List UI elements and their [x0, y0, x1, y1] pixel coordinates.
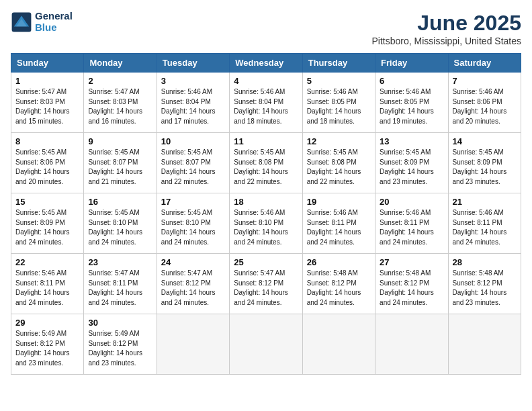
- header-thursday: Thursday: [302, 54, 375, 73]
- header-friday: Friday: [375, 54, 448, 73]
- day-number: 24: [161, 257, 225, 267]
- day-number: 30: [88, 318, 152, 328]
- day-number: 29: [15, 318, 79, 328]
- day-cell: 18Sunrise: 5:46 AMSunset: 8:10 PMDayligh…: [230, 193, 302, 254]
- day-info: Sunrise: 5:45 AMSunset: 8:08 PMDaylight:…: [307, 148, 371, 187]
- week-row-3: 15Sunrise: 5:45 AMSunset: 8:09 PMDayligh…: [11, 193, 521, 254]
- header-saturday: Saturday: [448, 54, 521, 73]
- day-cell: 19Sunrise: 5:46 AMSunset: 8:11 PMDayligh…: [302, 193, 375, 254]
- day-cell: 14Sunrise: 5:45 AMSunset: 8:09 PMDayligh…: [448, 133, 521, 193]
- day-info: Sunrise: 5:46 AMSunset: 8:04 PMDaylight:…: [161, 87, 225, 126]
- day-number: 21: [453, 197, 517, 207]
- day-cell: [448, 314, 521, 375]
- logo-line2: Blue: [35, 21, 57, 33]
- week-row-5: 29Sunrise: 5:49 AMSunset: 8:12 PMDayligh…: [11, 314, 521, 375]
- day-info: Sunrise: 5:46 AMSunset: 8:11 PMDaylight:…: [15, 269, 79, 308]
- day-cell: [302, 314, 375, 375]
- day-number: 5: [307, 76, 371, 86]
- day-number: 16: [88, 197, 152, 207]
- day-cell: 2Sunrise: 5:47 AMSunset: 8:03 PMDaylight…: [84, 73, 157, 133]
- day-info: Sunrise: 5:46 AMSunset: 8:05 PMDaylight:…: [307, 87, 371, 126]
- day-cell: [157, 314, 229, 375]
- logo-text: General Blue: [35, 11, 73, 33]
- day-cell: 26Sunrise: 5:48 AMSunset: 8:12 PMDayligh…: [302, 254, 375, 314]
- title-area: June 2025 Pittsboro, Mississippi, United…: [371, 11, 521, 46]
- day-number: 23: [88, 257, 152, 267]
- day-number: 20: [380, 197, 443, 207]
- week-row-4: 22Sunrise: 5:46 AMSunset: 8:11 PMDayligh…: [11, 254, 521, 314]
- day-info: Sunrise: 5:46 AMSunset: 8:11 PMDaylight:…: [307, 208, 371, 247]
- day-number: 7: [453, 76, 517, 86]
- day-number: 12: [307, 136, 371, 146]
- day-info: Sunrise: 5:45 AMSunset: 8:10 PMDaylight:…: [161, 208, 225, 247]
- day-info: Sunrise: 5:45 AMSunset: 8:09 PMDaylight:…: [380, 148, 443, 187]
- day-info: Sunrise: 5:46 AMSunset: 8:11 PMDaylight:…: [380, 208, 443, 247]
- logo: General Blue: [11, 11, 73, 33]
- day-number: 13: [380, 136, 443, 146]
- day-cell: 17Sunrise: 5:45 AMSunset: 8:10 PMDayligh…: [157, 193, 229, 254]
- day-info: Sunrise: 5:45 AMSunset: 8:08 PMDaylight:…: [234, 148, 298, 187]
- day-cell: 29Sunrise: 5:49 AMSunset: 8:12 PMDayligh…: [11, 314, 84, 375]
- day-cell: 23Sunrise: 5:47 AMSunset: 8:11 PMDayligh…: [84, 254, 157, 314]
- day-number: 28: [453, 257, 517, 267]
- main-title: June 2025: [371, 11, 521, 36]
- day-info: Sunrise: 5:45 AMSunset: 8:10 PMDaylight:…: [88, 208, 152, 247]
- day-number: 18: [234, 197, 298, 207]
- day-info: Sunrise: 5:47 AMSunset: 8:03 PMDaylight:…: [15, 87, 79, 126]
- day-info: Sunrise: 5:48 AMSunset: 8:12 PMDaylight:…: [307, 269, 371, 308]
- day-cell: 25Sunrise: 5:47 AMSunset: 8:12 PMDayligh…: [230, 254, 302, 314]
- subtitle: Pittsboro, Mississippi, United States: [371, 36, 521, 46]
- day-info: Sunrise: 5:48 AMSunset: 8:12 PMDaylight:…: [453, 269, 517, 308]
- day-info: Sunrise: 5:48 AMSunset: 8:12 PMDaylight:…: [380, 269, 443, 308]
- day-cell: 24Sunrise: 5:47 AMSunset: 8:12 PMDayligh…: [157, 254, 229, 314]
- day-info: Sunrise: 5:46 AMSunset: 8:06 PMDaylight:…: [453, 87, 517, 126]
- day-number: 1: [15, 76, 79, 86]
- header-sunday: Sunday: [11, 54, 84, 73]
- day-cell: 22Sunrise: 5:46 AMSunset: 8:11 PMDayligh…: [11, 254, 84, 314]
- day-cell: 6Sunrise: 5:46 AMSunset: 8:05 PMDaylight…: [375, 73, 448, 133]
- day-cell: 4Sunrise: 5:46 AMSunset: 8:04 PMDaylight…: [230, 73, 302, 133]
- day-cell: 10Sunrise: 5:45 AMSunset: 8:07 PMDayligh…: [157, 133, 229, 193]
- day-info: Sunrise: 5:46 AMSunset: 8:05 PMDaylight:…: [380, 87, 443, 126]
- day-info: Sunrise: 5:47 AMSunset: 8:12 PMDaylight:…: [234, 269, 298, 308]
- day-number: 17: [161, 197, 225, 207]
- page-header: General Blue June 2025 Pittsboro, Missis…: [11, 11, 521, 46]
- day-number: 9: [88, 136, 152, 146]
- day-cell: 9Sunrise: 5:45 AMSunset: 8:07 PMDaylight…: [84, 133, 157, 193]
- day-info: Sunrise: 5:47 AMSunset: 8:12 PMDaylight:…: [161, 269, 225, 308]
- day-cell: 20Sunrise: 5:46 AMSunset: 8:11 PMDayligh…: [375, 193, 448, 254]
- day-number: 3: [161, 76, 225, 86]
- day-number: 19: [307, 197, 371, 207]
- day-info: Sunrise: 5:45 AMSunset: 8:07 PMDaylight:…: [161, 148, 225, 187]
- day-cell: 3Sunrise: 5:46 AMSunset: 8:04 PMDaylight…: [157, 73, 229, 133]
- day-info: Sunrise: 5:46 AMSunset: 8:04 PMDaylight:…: [234, 87, 298, 126]
- day-number: 27: [380, 257, 443, 267]
- day-number: 4: [234, 76, 298, 86]
- header-monday: Monday: [84, 54, 157, 73]
- day-number: 6: [380, 76, 443, 86]
- day-info: Sunrise: 5:45 AMSunset: 8:09 PMDaylight:…: [453, 148, 517, 187]
- day-info: Sunrise: 5:47 AMSunset: 8:03 PMDaylight:…: [88, 87, 152, 126]
- day-number: 10: [161, 136, 225, 146]
- day-number: 22: [15, 257, 79, 267]
- header-wednesday: Wednesday: [230, 54, 302, 73]
- day-info: Sunrise: 5:46 AMSunset: 8:11 PMDaylight:…: [453, 208, 517, 247]
- day-cell: [375, 314, 448, 375]
- day-number: 15: [15, 197, 79, 207]
- day-cell: [230, 314, 302, 375]
- day-cell: 12Sunrise: 5:45 AMSunset: 8:08 PMDayligh…: [302, 133, 375, 193]
- day-cell: 11Sunrise: 5:45 AMSunset: 8:08 PMDayligh…: [230, 133, 302, 193]
- day-info: Sunrise: 5:45 AMSunset: 8:09 PMDaylight:…: [15, 208, 79, 247]
- day-number: 25: [234, 257, 298, 267]
- day-info: Sunrise: 5:46 AMSunset: 8:10 PMDaylight:…: [234, 208, 298, 247]
- day-cell: 13Sunrise: 5:45 AMSunset: 8:09 PMDayligh…: [375, 133, 448, 193]
- day-cell: 1Sunrise: 5:47 AMSunset: 8:03 PMDaylight…: [11, 73, 84, 133]
- day-number: 11: [234, 136, 298, 146]
- day-cell: 15Sunrise: 5:45 AMSunset: 8:09 PMDayligh…: [11, 193, 84, 254]
- day-cell: 30Sunrise: 5:49 AMSunset: 8:12 PMDayligh…: [84, 314, 157, 375]
- day-cell: 5Sunrise: 5:46 AMSunset: 8:05 PMDaylight…: [302, 73, 375, 133]
- day-number: 14: [453, 136, 517, 146]
- header-tuesday: Tuesday: [157, 54, 229, 73]
- logo-line1: General: [35, 11, 73, 22]
- day-info: Sunrise: 5:45 AMSunset: 8:06 PMDaylight:…: [15, 148, 79, 187]
